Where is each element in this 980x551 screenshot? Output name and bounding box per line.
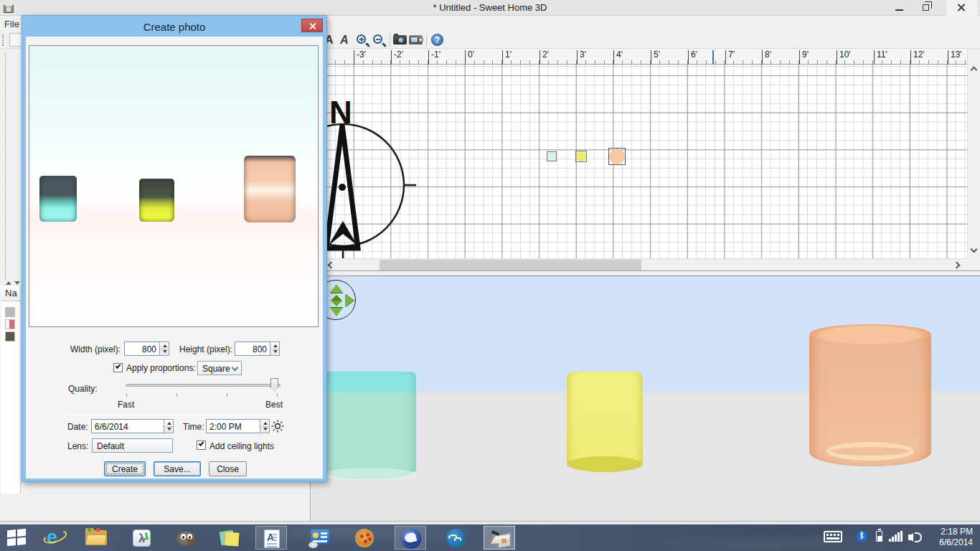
italic-text-icon[interactable]: A: [340, 34, 349, 47]
plan-item-orange-box[interactable]: [608, 148, 626, 165]
quality-fast-label: Fast: [118, 400, 134, 410]
windows-logo-icon: [7, 529, 26, 547]
ruler-tick-label: 11': [877, 50, 887, 60]
zoom-out-icon[interactable]: [373, 34, 382, 44]
close-icon: [309, 22, 316, 30]
volume-tray-icon[interactable]: [908, 531, 923, 543]
date-spinner[interactable]: [164, 419, 174, 433]
quality-slider-track[interactable]: [126, 384, 281, 387]
preview-candle-cyan: [39, 176, 77, 222]
battery-tray-icon[interactable]: [876, 531, 882, 542]
cylinder-yellow[interactable]: [567, 372, 643, 472]
menu-file[interactable]: File: [4, 19, 19, 29]
nav-down-icon[interactable]: [330, 308, 343, 316]
ruler-tick-label: -1': [431, 50, 440, 60]
taskbar-sweet-home-3d[interactable]: [484, 526, 515, 550]
ceiling-lights-checkbox[interactable]: [197, 441, 206, 450]
ruler-tick-label: 4': [616, 50, 623, 60]
splitter-down-icon[interactable]: [14, 281, 20, 285]
ruler-tick-label: 5': [654, 50, 660, 60]
dialog-close-button[interactable]: [301, 19, 323, 32]
nav-up-icon[interactable]: [330, 284, 343, 293]
time-input[interactable]: 2:00 PM: [206, 419, 260, 433]
plan-item-yellow-box[interactable]: [575, 151, 587, 162]
photo-preview: [29, 45, 319, 327]
time-spinner[interactable]: [260, 419, 270, 433]
help-icon[interactable]: ?: [431, 34, 443, 46]
taskbar: e λ A: [0, 524, 980, 551]
sweet-home-3d-icon: [491, 530, 510, 547]
taskbar-openoffice[interactable]: [439, 526, 471, 550]
nav-center-icon[interactable]: [331, 295, 342, 301]
keyboard-tray-icon[interactable]: [824, 531, 842, 542]
toolbar-button-partial[interactable]: [9, 33, 22, 47]
taskbar-seamonkey[interactable]: [395, 526, 426, 550]
ruler-tick-label: 12': [913, 50, 925, 60]
height-spinner[interactable]: [270, 342, 280, 356]
ceiling-lights-label: Add ceiling lights: [209, 441, 274, 451]
create-photo-icon[interactable]: [393, 35, 407, 44]
plan-3d-splitter[interactable]: [311, 270, 980, 276]
scroll-right-icon[interactable]: [953, 262, 961, 269]
lens-combo[interactable]: Default: [92, 438, 173, 453]
cylinder-orange[interactable]: [809, 324, 931, 466]
clock-date: 6/6/2014: [939, 537, 973, 548]
toolbar-drag-handle[interactable]: [2, 34, 4, 46]
nav-right-icon[interactable]: [345, 294, 354, 307]
taskbar-lambda-app[interactable]: λ: [126, 526, 158, 550]
preview-candle-orange: [244, 156, 296, 222]
height-input[interactable]: 800: [235, 342, 270, 356]
window-titlebar[interactable]: * Untitled - Sweet Home 3D: [0, 0, 980, 16]
view-3d[interactable]: [311, 276, 980, 521]
plan-item-cyan-box[interactable]: [547, 151, 557, 161]
plan-horizontal-scrollbar[interactable]: [311, 258, 967, 270]
restore-icon: [923, 4, 929, 11]
taskbar-control-panel[interactable]: [304, 526, 336, 550]
date-input[interactable]: 6/6/2014: [91, 419, 164, 433]
save-button[interactable]: Save...: [154, 461, 201, 476]
scroll-up-icon[interactable]: [971, 67, 978, 74]
document-app-icon: A: [264, 529, 280, 548]
taskbar-file-explorer[interactable]: [80, 526, 112, 550]
taskbar-sticky-notes[interactable]: [214, 526, 245, 550]
lens-label: Lens:: [67, 441, 88, 451]
taskbar-internet-explorer[interactable]: e: [40, 526, 72, 550]
toolbar-separator: [426, 34, 427, 47]
zoom-in-icon[interactable]: [357, 34, 366, 44]
taskbar-word-processor[interactable]: A: [255, 526, 287, 550]
furniture-item-icon[interactable]: [5, 319, 15, 329]
taskbar-pizza-app[interactable]: [349, 526, 380, 550]
splitter-up-icon[interactable]: [6, 281, 11, 285]
bluetooth-tray-icon[interactable]: [857, 531, 867, 542]
create-video-icon[interactable]: [409, 35, 423, 44]
apply-proportions-checkbox[interactable]: [113, 363, 123, 372]
cylinder-cyan[interactable]: [321, 372, 416, 479]
width-input[interactable]: 800: [124, 342, 160, 356]
ruler-tick-label: -2': [394, 50, 403, 60]
plan-grid[interactable]: N: [311, 65, 967, 258]
create-photo-dialog: Create photo Width (pixel): 800 Height (…: [22, 15, 327, 482]
scrollbar-thumb[interactable]: [380, 260, 641, 270]
width-label: Width (pixel):: [66, 344, 121, 354]
scroll-down-icon[interactable]: [971, 246, 978, 253]
plan-vertical-scrollbar[interactable]: [967, 49, 980, 258]
minimize-button[interactable]: [890, 0, 911, 16]
ruler-tick-label: 7': [728, 50, 735, 60]
furniture-name-header[interactable]: Na: [1, 286, 20, 301]
close-button[interactable]: [946, 0, 977, 16]
clock[interactable]: 2:18 PM 6/6/2014: [939, 527, 973, 548]
taskbar-gimp[interactable]: [171, 526, 202, 550]
start-button[interactable]: [1, 526, 33, 550]
create-button[interactable]: Create: [104, 461, 146, 476]
furniture-item-icon[interactable]: [5, 331, 15, 342]
plan-view[interactable]: -3' -2' -1' 0' 1' 2' 3' 4' 5' 6' 7' 8' 9…: [311, 49, 967, 270]
network-signal-tray-icon[interactable]: [889, 531, 905, 542]
quality-slider-thumb[interactable]: [270, 378, 278, 392]
width-spinner[interactable]: [159, 342, 169, 356]
close-dialog-button[interactable]: Close: [209, 461, 247, 476]
scroll-left-icon[interactable]: [328, 262, 335, 269]
furniture-item-icon[interactable]: [5, 307, 15, 317]
restore-button[interactable]: [917, 0, 938, 16]
sun-icon: [271, 420, 284, 433]
minimize-icon: [895, 9, 903, 11]
